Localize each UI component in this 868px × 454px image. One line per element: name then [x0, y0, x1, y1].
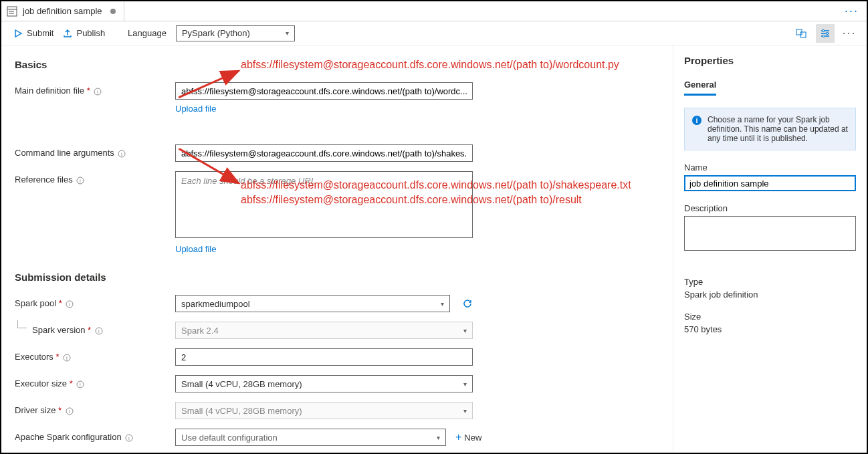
prop-name-input[interactable] [684, 175, 856, 191]
language-select[interactable]: PySpark (Python) ▾ [176, 25, 295, 41]
reference-files-textarea[interactable] [175, 171, 473, 238]
tab-job-definition[interactable]: job definition sample [7, 1, 124, 21]
info-icon: i [691, 115, 702, 128]
prop-type-value: Spark job definition [684, 290, 856, 300]
executor-size-select[interactable]: Small (4 vCPU, 28GB memory) ▾ [175, 375, 473, 392]
spark-job-icon [7, 6, 17, 17]
svg-text:i: i [695, 116, 697, 124]
refresh-icon [462, 298, 473, 309]
upload-reference-files-link[interactable]: Upload file [175, 244, 216, 254]
prop-size-value: 570 bytes [684, 324, 856, 334]
publish-button[interactable]: Publish [63, 28, 105, 38]
svg-point-8 [826, 32, 828, 34]
executor-size-label: Executor size * i [15, 375, 175, 388]
chevron-down-icon: ▾ [286, 29, 289, 37]
submit-button[interactable]: Submit [13, 28, 53, 38]
reference-files-label: Reference files i [15, 171, 175, 185]
svg-text:i: i [69, 409, 70, 415]
properties-toggle-button[interactable] [816, 24, 835, 43]
svg-text:i: i [80, 178, 81, 184]
spark-config-select[interactable]: Use default configuration ▾ [175, 429, 446, 446]
svg-point-7 [822, 29, 824, 31]
section-basics-title: Basics [15, 59, 659, 70]
settings-icon [820, 28, 831, 39]
section-submission-title: Submission details [15, 271, 659, 283]
toolbar: Submit Publish Language PySpark (Python)… [1, 21, 867, 45]
tab-general[interactable]: General [684, 80, 716, 96]
driver-size-label: Driver size * i [15, 402, 175, 415]
driver-size-select: Small (4 vCPU, 28GB memory) ▾ [175, 402, 473, 419]
svg-marker-4 [15, 30, 21, 37]
more-icon: ··· [842, 26, 856, 40]
svg-text:i: i [70, 302, 71, 308]
spark-version-label: Spark version * i [15, 322, 175, 335]
info-icon[interactable]: i [66, 407, 74, 415]
publish-icon [63, 29, 72, 38]
prop-name-label: Name [684, 162, 856, 173]
info-icon[interactable]: i [95, 327, 103, 335]
cli-arguments-label: Command line arguments i [15, 144, 175, 158]
chevron-down-icon: ▾ [463, 407, 467, 415]
view-configurations-link[interactable]: View configurations [175, 450, 251, 451]
cli-arguments-input[interactable] [175, 144, 473, 162]
spark-pool-select[interactable]: sparkmediumpool ▾ [175, 295, 450, 312]
unsaved-indicator-icon [110, 9, 116, 14]
spark-config-label: Apache Spark configuration i [15, 429, 175, 442]
prop-description-label: Description [684, 203, 856, 213]
properties-panel: Properties General i Choose a name for y… [673, 45, 867, 451]
prop-description-textarea[interactable] [684, 216, 856, 251]
executors-input[interactable] [175, 348, 473, 366]
more-options-button[interactable]: ··· [840, 24, 859, 43]
tab-title: job definition sample [23, 6, 102, 16]
chevron-down-icon: ▾ [437, 434, 440, 441]
more-button[interactable]: ··· [842, 4, 861, 18]
svg-text:i: i [66, 355, 68, 361]
properties-title: Properties [684, 55, 856, 66]
executors-label: Executors * i [15, 348, 175, 362]
info-icon[interactable]: i [118, 150, 126, 158]
info-icon[interactable]: i [125, 434, 133, 442]
info-icon[interactable]: i [76, 177, 84, 185]
related-icon [796, 28, 806, 39]
svg-text:i: i [80, 382, 81, 388]
chevron-down-icon: ▾ [441, 300, 444, 308]
chevron-down-icon: ▾ [463, 327, 467, 334]
main-definition-file-input[interactable] [175, 82, 473, 100]
svg-text:i: i [98, 328, 100, 334]
refresh-pool-button[interactable] [462, 298, 473, 309]
spark-version-select: Spark 2.4 ▾ [175, 322, 473, 339]
info-icon[interactable]: i [94, 88, 102, 96]
info-icon[interactable]: i [76, 380, 84, 388]
svg-text:i: i [122, 151, 123, 157]
info-callout: i Choose a name for your Spark job defin… [684, 108, 856, 150]
svg-text:i: i [128, 435, 130, 441]
chevron-down-icon: ▾ [463, 380, 467, 388]
svg-text:i: i [97, 89, 98, 95]
prop-size-label: Size [684, 312, 856, 322]
info-icon[interactable]: i [63, 354, 71, 362]
main-form: abfss://filesystem@storageaccount.dfs.co… [1, 45, 673, 451]
language-label: Language [128, 28, 167, 38]
upload-main-file-link[interactable]: Upload file [175, 104, 216, 114]
main-definition-file-label: Main definition file * i [15, 82, 175, 96]
prop-type-label: Type [684, 277, 856, 287]
plus-icon: + [455, 433, 461, 441]
related-button[interactable] [792, 24, 810, 43]
play-icon [13, 29, 23, 38]
new-config-button[interactable]: + New [455, 433, 481, 443]
titlebar: job definition sample ··· [1, 1, 867, 21]
info-icon[interactable]: i [66, 300, 74, 308]
spark-pool-label: Spark pool * i [15, 295, 175, 308]
svg-point-9 [823, 35, 825, 37]
